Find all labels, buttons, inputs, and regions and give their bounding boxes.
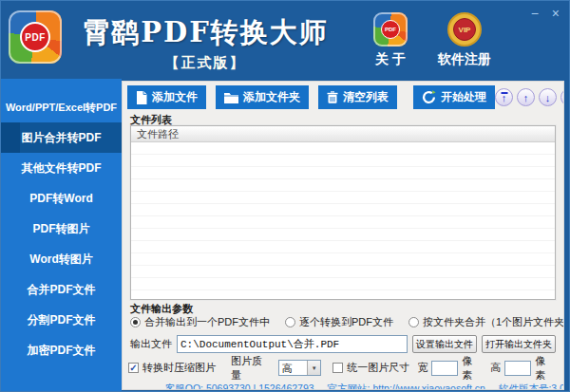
sidebar-item-label: Word转图片 bbox=[29, 252, 92, 266]
file-list-body[interactable] bbox=[131, 142, 555, 299]
compress-images-label: 转换时压缩图片 bbox=[142, 361, 216, 375]
move-down-button[interactable]: ↓ bbox=[539, 88, 557, 106]
radio-each-label: 逐个转换到PDF文件 bbox=[299, 315, 393, 329]
image-quality-select[interactable]: 高 ▼ bbox=[278, 360, 322, 376]
file-list-table[interactable]: 文件路径 bbox=[130, 125, 556, 300]
radio-merge-by-folder[interactable]: 按文件夹合并（1个图片文件夹合并成1个PDF文件） bbox=[408, 315, 564, 329]
sidebar-item-label: 其他文件转PDF bbox=[22, 161, 102, 175]
about-button[interactable]: PDF 关 于 bbox=[354, 12, 427, 68]
radio-dot-icon bbox=[408, 317, 419, 327]
chevron-down-icon[interactable]: ▼ bbox=[307, 361, 320, 375]
file-path-column-header: 文件路径 bbox=[131, 126, 555, 142]
title-block: 霄鹞PDF转换大师 【正式版】 bbox=[77, 14, 333, 72]
width-label: 宽 bbox=[417, 361, 428, 375]
height-input[interactable] bbox=[504, 361, 531, 376]
title-bar: PDF 霄鹞PDF转换大师 【正式版】 PDF 关 于 VIP 软件注册 − × bbox=[1, 1, 569, 79]
sidebar: Word/PPT/Excel转PDF 图片合并转PDF 其他文件转PDF PDF… bbox=[1, 79, 122, 392]
sidebar-item-label: 合并PDF文件 bbox=[28, 283, 96, 296]
file-list-label: 文件列表 bbox=[130, 113, 563, 125]
app-edition-badge: 【正式版】 bbox=[77, 54, 333, 72]
sidebar-item-label: PDF转Word bbox=[29, 192, 92, 205]
image-quality-value: 高 bbox=[279, 361, 308, 375]
status-bar: 客服QQ: 50693730 | 1526462793 官方网站: http:/… bbox=[123, 383, 563, 390]
app-logo-icon: PDF bbox=[9, 10, 62, 64]
minimize-button[interactable]: − bbox=[531, 5, 539, 22]
sidebar-item[interactable]: 加密PDF文件 bbox=[1, 335, 122, 365]
sidebar-item[interactable]: Word转图片 bbox=[1, 244, 122, 274]
radio-folder-label: 按文件夹合并（1个图片文件夹合并成1个PDF文件） bbox=[423, 315, 564, 329]
top-bar-icon bbox=[501, 92, 507, 94]
checkbox-check-icon: ✓ bbox=[128, 363, 139, 373]
pixel-unit-label: 像素 bbox=[535, 354, 556, 383]
support-qq-text: 客服QQ: 50693730 | 1526462793 bbox=[165, 383, 314, 390]
radio-dot-icon bbox=[130, 317, 141, 327]
pdf-logo-text: PDF bbox=[20, 22, 50, 52]
arrow-up-icon: ↑ bbox=[523, 92, 529, 103]
output-mode-radios: 合并输出到一个PDF文件中 逐个转换到PDF文件 按文件夹合并（1个图片文件夹合… bbox=[130, 316, 563, 328]
app-title: 霄鹞PDF转换大师 bbox=[77, 14, 333, 52]
register-label: 软件注册 bbox=[438, 51, 491, 68]
vip-icon: VIP bbox=[447, 12, 482, 47]
trash-icon bbox=[327, 91, 338, 103]
radio-merge-to-one-pdf[interactable]: 合并输出到一个PDF文件中 bbox=[130, 315, 270, 329]
radio-convert-each[interactable]: 逐个转换到PDF文件 bbox=[285, 315, 393, 329]
about-label: 关 于 bbox=[375, 51, 406, 68]
image-options-row: ✓ 转换时压缩图片 图片质量 高 ▼ 统一图片尺寸 宽 像素 高 像素 bbox=[128, 360, 556, 376]
sidebar-item[interactable]: 其他文件转PDF bbox=[1, 153, 122, 183]
main-panel: 添加文件 添加文件夹 清空列表 开始处理 ↑ bbox=[122, 81, 564, 390]
sidebar-item[interactable]: 合并PDF文件 bbox=[1, 274, 122, 305]
pixel-unit-label: 像素 bbox=[462, 354, 483, 383]
height-label: 高 bbox=[490, 361, 501, 375]
process-refresh-icon bbox=[422, 90, 436, 104]
output-path-input[interactable] bbox=[177, 335, 408, 353]
checkbox-box-icon bbox=[332, 363, 343, 373]
start-processing-label: 开始处理 bbox=[441, 89, 486, 105]
toolbar: 添加文件 添加文件夹 清空列表 开始处理 ↑ bbox=[127, 85, 560, 109]
register-button[interactable]: VIP 软件注册 bbox=[428, 12, 501, 68]
arrow-down-icon: ↓ bbox=[545, 92, 551, 103]
sidebar-item[interactable]: Word/PPT/Excel转PDF bbox=[1, 92, 122, 122]
close-button[interactable]: × bbox=[552, 5, 560, 22]
move-up-button[interactable]: ↑ bbox=[517, 88, 535, 106]
window-controls: − × bbox=[531, 5, 560, 22]
clear-list-label: 清空列表 bbox=[343, 89, 389, 105]
sidebar-item-label: 加密PDF文件 bbox=[28, 344, 96, 357]
radio-merge-label: 合并输出到一个PDF文件中 bbox=[144, 315, 270, 329]
version-text: 软件版本号:3.0.0.20 bbox=[499, 383, 564, 390]
sidebar-item[interactable]: 图片合并转PDF bbox=[1, 122, 122, 153]
output-file-label: 输出文件 bbox=[130, 337, 172, 351]
output-file-row: 输出文件 设置输出文件 打开输出文件夹 bbox=[130, 335, 556, 353]
add-file-label: 添加文件 bbox=[152, 89, 198, 105]
set-output-file-button[interactable]: 设置输出文件 bbox=[412, 335, 477, 353]
app-window: PDF 霄鹞PDF转换大师 【正式版】 PDF 关 于 VIP 软件注册 − × bbox=[0, 0, 570, 392]
add-folder-label: 添加文件夹 bbox=[243, 89, 300, 105]
uniform-size-checkbox[interactable]: 统一图片尺寸 bbox=[332, 361, 409, 375]
sidebar-item[interactable]: PDF转Word bbox=[1, 183, 122, 214]
folder-icon bbox=[224, 92, 238, 103]
sidebar-item-label: 分割PDF文件 bbox=[28, 313, 96, 327]
sidebar-item[interactable]: PDF转图片 bbox=[1, 214, 122, 244]
clear-list-button[interactable]: 清空列表 bbox=[318, 85, 397, 109]
add-folder-button[interactable]: 添加文件夹 bbox=[216, 85, 309, 109]
uniform-size-label: 统一图片尺寸 bbox=[347, 361, 409, 375]
sidebar-item[interactable]: 分割PDF文件 bbox=[1, 305, 122, 335]
image-quality-label: 图片质量 bbox=[231, 354, 273, 383]
sidebar-item-label: 图片合并转PDF bbox=[22, 131, 102, 144]
reorder-buttons: ↑ ↑ ↓ ↓ bbox=[495, 88, 564, 106]
official-site-text: 官方网站: http://www.xiaoyaosoft.cn bbox=[328, 383, 485, 390]
output-params-label: 文件输出参数 bbox=[130, 302, 563, 314]
open-output-folder-button[interactable]: 打开输出文件夹 bbox=[482, 335, 556, 353]
radio-dot-icon bbox=[285, 317, 295, 327]
sidebar-item-label: Word/PPT/Excel转PDF bbox=[6, 102, 117, 113]
move-to-bottom-button[interactable]: ↓ bbox=[560, 88, 564, 106]
add-file-button[interactable]: 添加文件 bbox=[127, 85, 206, 109]
sidebar-item-label: PDF转图片 bbox=[33, 222, 90, 235]
window-body: Word/PPT/Excel转PDF 图片合并转PDF 其他文件转PDF PDF… bbox=[1, 79, 569, 392]
move-to-top-button[interactable]: ↑ bbox=[495, 88, 513, 106]
compress-images-checkbox[interactable]: ✓ 转换时压缩图片 bbox=[128, 361, 216, 375]
about-pdf-icon: PDF bbox=[373, 12, 408, 47]
start-processing-button[interactable]: 开始处理 bbox=[413, 85, 495, 109]
width-input[interactable] bbox=[431, 361, 458, 376]
document-icon bbox=[136, 91, 147, 104]
